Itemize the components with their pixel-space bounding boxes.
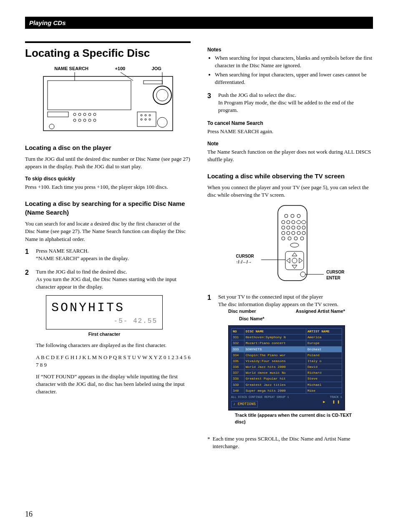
svg-point-38 — [287, 226, 290, 229]
svg-point-44 — [292, 231, 295, 235]
svg-marker-53 — [292, 253, 297, 256]
heading-cancel: To cancel Name Search — [207, 120, 373, 127]
svg-rect-52 — [285, 251, 304, 270]
tv-step1-line2: The disc information display appears on … — [218, 301, 338, 307]
remote-illustration: CURSOR ↑/↓/←/→ CURSOR ENTER — [236, 203, 345, 285]
tv-th-no: NO — [232, 328, 244, 334]
svg-rect-0 — [43, 76, 173, 131]
svg-point-32 — [282, 220, 285, 224]
tv-step-1: 1 Set your TV to the connected input of … — [207, 293, 373, 429]
tv-th-disc: DISC NAME — [244, 328, 306, 334]
note-item: When searching for input characters, upp… — [215, 71, 373, 86]
step-3: 3 Push the JOG dial to select the disc. … — [207, 91, 373, 114]
label-plus100: +100 — [115, 66, 125, 72]
note-item: When searching for input characters, bla… — [215, 54, 373, 69]
tv-row: 339Greatest Jazz titlesMichael — [232, 382, 342, 388]
svg-point-15 — [83, 113, 86, 116]
tv-cell-no: 335 — [232, 358, 244, 364]
para-skip-quickly: Press +100. Each time you press +100, th… — [25, 183, 191, 191]
tv-track-box: ♪ EMOTIONS — [231, 401, 258, 408]
tv-th-artist: ARTIST NAME — [306, 328, 342, 334]
lcd-caption: First character — [46, 331, 163, 337]
lcd-sub-text: -5- 42.55 — [51, 317, 157, 326]
step2-line2: As you turn the JOG dial, the Disc Names… — [36, 276, 176, 290]
para-char-list: A B C D E F G H I J K L M N O P Q R S T … — [36, 354, 191, 369]
tv-screen-display: NO DISC NAME ARTIST NAME 331Beethoven:Sy… — [228, 325, 345, 410]
tv-cell-artist: Michael — [306, 382, 342, 388]
para-not-found: If “NOT FOUND” appears in the display wh… — [36, 373, 191, 396]
svg-point-43 — [287, 231, 290, 235]
svg-point-36 — [302, 220, 306, 224]
para-single-note: The Name Search function on the player d… — [207, 148, 373, 163]
tv-cell-no: 339 — [232, 382, 244, 388]
tv-row: 338Greatest Popular hitSteve — [232, 376, 342, 382]
svg-point-35 — [297, 220, 301, 224]
step1-line2: “NAME SEARCH” appears in the display. — [36, 255, 129, 261]
remote-label-cursor-enter1: CURSOR — [326, 270, 344, 274]
tv-row: 336World Jazz hits 2000David — [232, 364, 342, 370]
svg-point-31 — [297, 214, 300, 218]
remote-label-arrows-glyph: ↑/↓/←/→ — [236, 260, 252, 264]
para-tv-intro: When you connect the player and your TV … — [207, 184, 373, 199]
notes-heading: Notes — [207, 46, 373, 53]
heading-tv-screen: Locating a disc while observing the TV s… — [207, 172, 373, 180]
para-name-search-intro: You can search for and locate a desired … — [25, 220, 191, 243]
svg-rect-1 — [48, 81, 131, 110]
cd-player-illustration — [41, 72, 175, 135]
tv-cell-disc: Vivaldy:Four seasons — [244, 358, 306, 364]
svg-point-19 — [78, 119, 81, 122]
tv-label-artist: Assigned Artist Name* — [296, 308, 345, 314]
svg-point-47 — [282, 237, 285, 240]
step-number: 1 — [25, 247, 32, 262]
tv-cell-artist: America — [306, 334, 342, 340]
step1-line1: Press NAME SEARCH. — [36, 248, 89, 254]
svg-marker-56 — [299, 258, 302, 263]
svg-point-39 — [292, 226, 295, 229]
step3-line1: Push the JOG dial to select the disc. — [218, 92, 296, 98]
tv-cell-no: 338 — [232, 376, 244, 382]
tv-cell-artist: Steve — [306, 376, 342, 382]
svg-point-6 — [141, 114, 142, 116]
tv-cell-no: 340 — [232, 388, 244, 393]
svg-point-16 — [88, 113, 91, 116]
para-following-chars: The following characters are displayed a… — [36, 342, 191, 349]
device-label-row: NAME SEARCH +100 JOG — [41, 66, 175, 72]
title-rule — [25, 41, 191, 43]
right-column: Notes When searching for input character… — [207, 41, 373, 455]
heading-name-search: Locating a disc by searching for a speci… — [25, 199, 191, 217]
svg-point-41 — [302, 226, 305, 229]
section-title: Playing CDs — [29, 19, 66, 26]
main-title: Locating a Specific Disc — [25, 46, 191, 61]
tv-play-pause-icons: ▶ ❚❚ — [323, 400, 342, 405]
tv-caption: Track title (appears when the current di… — [235, 412, 352, 425]
svg-point-3 — [156, 89, 168, 101]
tv-cell-artist: Europe — [306, 340, 342, 346]
footnote-star: * — [207, 435, 210, 450]
lcd-display: SONYHITS -5- 42.55 — [46, 295, 163, 329]
svg-point-58 — [300, 272, 305, 277]
step-1: 1 Press NAME SEARCH. “NAME SEARCH” appea… — [25, 247, 191, 262]
step-number: 3 — [207, 91, 214, 114]
tv-cell-disc: Beethoven:Symphony N — [244, 334, 306, 340]
remote-label-cursor-arrows: CURSOR — [236, 254, 254, 258]
label-jog: JOG — [152, 66, 161, 72]
svg-point-17 — [93, 113, 96, 116]
tv-cell-disc: Greatest Jazz titles — [244, 382, 306, 388]
page-number: 16 — [25, 509, 33, 519]
svg-point-30 — [291, 214, 294, 218]
notes-list: When searching for input characters, bla… — [207, 54, 373, 86]
step-2: 2 Turn the JOG dial to find the desired … — [25, 268, 191, 400]
svg-point-51 — [290, 243, 299, 247]
section-header: Playing CDs — [25, 17, 373, 29]
tv-disc-table: NO DISC NAME ARTIST NAME 331Beethoven:Sy… — [231, 328, 342, 394]
para-locate-on-player: Turn the JOG dial until the desired disc… — [25, 155, 191, 170]
tv-cell-no: 332 — [232, 340, 244, 346]
tv-cell-no: 337 — [232, 370, 244, 376]
svg-point-7 — [145, 114, 146, 116]
svg-point-37 — [282, 226, 285, 229]
tv-cell-disc: SONYHITS — [244, 346, 306, 352]
svg-point-57 — [292, 258, 297, 263]
tv-cell-no: 334 — [232, 352, 244, 358]
tv-cell-disc: Chopin:The Piano wor — [244, 352, 306, 358]
heading-single-note: Note — [207, 140, 373, 147]
